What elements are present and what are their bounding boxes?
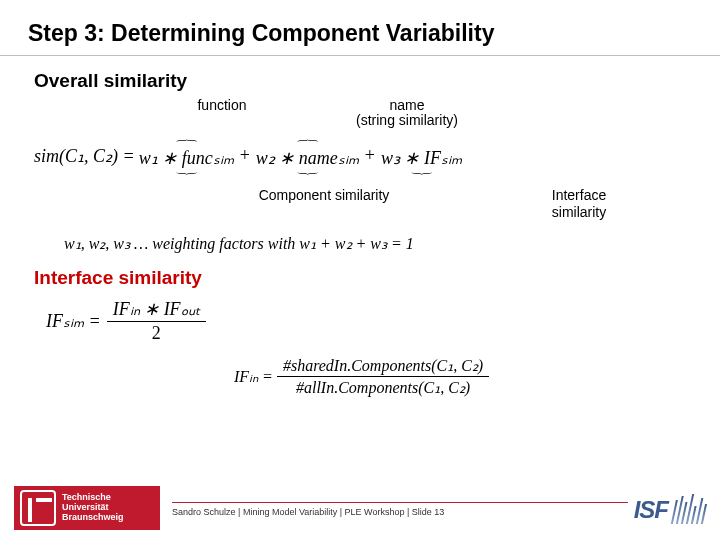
- interface-similarity-block: IFₛᵢₘ = IFᵢₙ ∗ IFₒᵤₜ 2 IFᵢₙ = #sharedIn.…: [0, 297, 720, 398]
- tu-text-line1: Technische: [62, 492, 111, 502]
- overbrace-icon: ︷: [215, 135, 400, 145]
- bottom-annotations: Component similarity Interface similarit…: [34, 187, 700, 221]
- if-in-formula: IFᵢₙ = #sharedIn.Components(C₁, C₂) #all…: [234, 355, 700, 398]
- slide-title: Step 3: Determining Component Variabilit…: [0, 0, 720, 56]
- annotation-name-line2: (string similarity): [356, 112, 458, 128]
- ifin-numerator: #sharedIn.Components(C₁, C₂): [277, 355, 489, 376]
- ifsim-denominator: 2: [146, 322, 167, 345]
- ifsim-fraction: IFᵢₙ ∗ IFₒᵤₜ 2: [107, 297, 206, 345]
- heading-overall-similarity: Overall similarity: [0, 70, 720, 92]
- overall-similarity-block: function name (string similarity) sim(C₁…: [0, 98, 720, 253]
- isf-logo-text: ISF: [634, 496, 668, 524]
- ifin-denominator: #allIn.Components(C₁, C₂): [290, 377, 476, 398]
- annotation-component-similarity: Component similarity: [144, 187, 504, 221]
- slide-footer: Technische Universität Braunschweig Sand…: [0, 474, 720, 530]
- heading-interface-similarity: Interface similarity: [0, 267, 720, 289]
- annotation-name-line1: name: [389, 97, 424, 113]
- term-name: ︷ w₂ ∗ nameₛᵢₘ ︸: [256, 135, 359, 181]
- annotation-interface-line2: similarity: [552, 204, 606, 220]
- similarity-formula: sim(C₁, C₂) = ︷ w₁ ∗ funcₛᵢₘ ︸ + ︷ w₂ ∗ …: [34, 135, 700, 181]
- ifin-lhs: IFᵢₙ =: [234, 367, 277, 386]
- term-func-expr: w₁ ∗ funcₛᵢₘ: [139, 147, 234, 169]
- annotation-interface-similarity: Interface similarity: [524, 187, 634, 221]
- ifsim-lhs: IFₛᵢₘ =: [46, 310, 107, 332]
- top-annotations: function name (string similarity): [34, 98, 700, 129]
- footer-text: Sandro Schulze | Mining Model Variabilit…: [172, 502, 628, 530]
- tu-seal-icon: [20, 490, 56, 526]
- if-sim-formula: IFₛᵢₘ = IFᵢₙ ∗ IFₒᵤₜ 2: [46, 297, 700, 345]
- isf-logo: ISF: [634, 494, 706, 524]
- annotation-interface-line1: Interface: [552, 187, 606, 203]
- tu-logo-text: Technische Universität Braunschweig: [62, 493, 124, 523]
- tu-braunschweig-logo: Technische Universität Braunschweig: [14, 486, 160, 530]
- tu-text-line3: Braunschweig: [62, 512, 124, 522]
- weighting-factors-note: w₁, w₂, w₃ … weighting factors with w₁ +…: [64, 234, 700, 253]
- annotation-name: name (string similarity): [332, 98, 482, 129]
- ifsim-numerator: IFᵢₙ ∗ IFₒᵤₜ: [107, 297, 206, 321]
- underbrace-icon: ︸: [349, 171, 495, 181]
- term-if-expr: w₃ ∗ IFₛᵢₘ: [381, 147, 462, 169]
- tu-text-line2: Universität: [62, 502, 109, 512]
- ifin-fraction: #sharedIn.Components(C₁, C₂) #allIn.Comp…: [277, 355, 489, 398]
- annotation-function: function: [112, 98, 332, 129]
- term-name-expr: w₂ ∗ nameₛᵢₘ: [256, 147, 359, 169]
- isf-bars-icon: [671, 494, 709, 524]
